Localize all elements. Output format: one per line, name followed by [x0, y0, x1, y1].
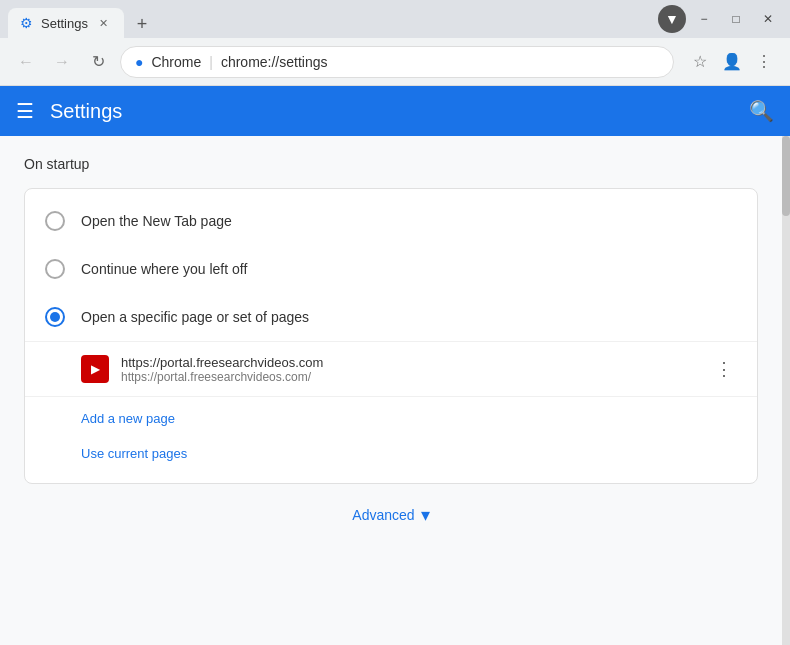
tab-close-button[interactable]: ✕ — [96, 15, 112, 31]
maximize-button[interactable]: □ — [722, 5, 750, 33]
page-url-primary: https://portal.freesearchvideos.com — [121, 355, 699, 370]
close-button[interactable]: ✕ — [754, 5, 782, 33]
page-favicon: ▶ — [81, 355, 109, 383]
profile-button[interactable]: 👤 — [718, 48, 746, 76]
page-url-secondary: https://portal.freesearchvideos.com/ — [121, 370, 699, 384]
radio-continue[interactable] — [45, 259, 65, 279]
startup-option-specific-label: Open a specific page or set of pages — [81, 309, 309, 325]
settings-header-left: ☰ Settings — [16, 99, 122, 123]
startup-option-continue[interactable]: Continue where you left off — [25, 245, 757, 293]
forward-button[interactable]: → — [48, 48, 76, 76]
advanced-button-label: Advanced — [352, 507, 414, 523]
site-name: Chrome — [151, 54, 201, 70]
new-tab-button[interactable]: + — [128, 10, 156, 38]
startup-option-new-tab-label: Open the New Tab page — [81, 213, 232, 229]
url-actions: ☆ 👤 ⋮ — [686, 48, 778, 76]
main-content: DC On startup Open the New Tab page Cont… — [0, 136, 790, 645]
advanced-button[interactable]: Advanced ▾ — [352, 504, 429, 526]
radio-specific[interactable] — [45, 307, 65, 327]
startup-option-continue-label: Continue where you left off — [81, 261, 247, 277]
radio-new-tab[interactable] — [45, 211, 65, 231]
tab-area: ⚙ Settings ✕ + — [8, 0, 650, 38]
settings-search-button[interactable]: 🔍 — [749, 99, 774, 123]
content-area: DC On startup Open the New Tab page Cont… — [0, 136, 782, 645]
startup-option-specific[interactable]: Open a specific page or set of pages — [25, 293, 757, 341]
startup-option-new-tab[interactable]: Open the New Tab page — [25, 197, 757, 245]
title-bar: ⚙ Settings ✕ + ▼ − □ ✕ — [0, 0, 790, 38]
scrollbar[interactable] — [782, 136, 790, 645]
link-actions: Add a new page Use current pages — [25, 396, 757, 475]
add-new-page-button[interactable]: Add a new page — [81, 405, 737, 432]
settings-tab-icon: ⚙ — [20, 15, 33, 31]
url-text: chrome://settings — [221, 54, 328, 70]
bookmark-button[interactable]: ☆ — [686, 48, 714, 76]
chrome-menu-button[interactable]: ⋮ — [750, 48, 778, 76]
url-bar[interactable]: ● Chrome | chrome://settings — [120, 46, 674, 78]
page-entry-menu-button[interactable]: ⋮ — [711, 354, 737, 384]
minimize-button[interactable]: − — [690, 5, 718, 33]
chevron-down-icon: ▾ — [421, 504, 430, 526]
window-controls: − □ ✕ — [690, 5, 782, 33]
page-info: https://portal.freesearchvideos.com http… — [121, 355, 699, 384]
site-favicon: ● — [135, 54, 143, 70]
download-icon[interactable]: ▼ — [658, 5, 686, 33]
settings-header: ☰ Settings 🔍 — [0, 86, 790, 136]
settings-page-title: Settings — [50, 100, 122, 123]
settings-tab-label: Settings — [41, 16, 88, 31]
startup-options-card: Open the New Tab page Continue where you… — [24, 188, 758, 484]
advanced-container: Advanced ▾ — [24, 484, 758, 546]
address-bar: ← → ↻ ● Chrome | chrome://settings ☆ 👤 ⋮ — [0, 38, 790, 86]
back-button[interactable]: ← — [12, 48, 40, 76]
settings-tab[interactable]: ⚙ Settings ✕ — [8, 8, 124, 38]
use-current-pages-button[interactable]: Use current pages — [81, 440, 737, 467]
scrollbar-thumb[interactable] — [782, 136, 790, 216]
reload-button[interactable]: ↻ — [84, 48, 112, 76]
hamburger-menu-button[interactable]: ☰ — [16, 99, 34, 123]
on-startup-section-title: On startup — [24, 156, 758, 172]
startup-page-entry: ▶ https://portal.freesearchvideos.com ht… — [25, 341, 757, 396]
url-separator: | — [209, 54, 213, 70]
